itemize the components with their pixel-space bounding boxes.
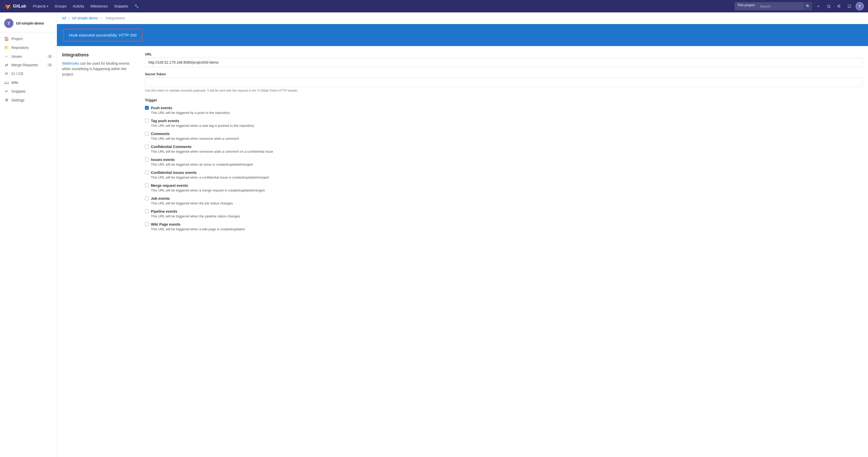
trigger-form-group: Trigger Push eventsThis URL will be trig… <box>145 98 863 231</box>
search-box: This project 🔍 <box>735 2 812 10</box>
trigger-label-1: Tag push events <box>151 119 179 123</box>
right-panel: URL Secret Token Use this token to valid… <box>145 52 863 236</box>
nav-activity[interactable]: Activity <box>70 3 87 9</box>
trigger-label-7: Job events <box>151 196 170 201</box>
success-message: Hook executed successfully: HTTP 200 <box>69 33 137 37</box>
sidebar-item-issues[interactable]: ○ Issues 0 <box>0 52 57 61</box>
repository-icon: 📁 <box>4 45 9 50</box>
trigger-checkbox-2[interactable] <box>145 132 149 135</box>
sidebar-item-repository[interactable]: 📁 Repository <box>0 43 57 52</box>
secret-token-label: Secret Token <box>145 72 863 76</box>
sidebar-project-name: tsf-simple-demo <box>16 21 44 25</box>
trigger-label-5: Confidential Issues events <box>151 171 197 175</box>
nav-wrench[interactable]: 🔧 <box>132 3 141 9</box>
success-banner-inner: Hook executed successfully: HTTP 200 <box>63 29 142 41</box>
gitlab-logo[interactable]: GitLab <box>4 3 26 10</box>
sidebar-header: T tsf-simple-demo <box>0 17 57 32</box>
trigger-checkbox-9[interactable] <box>145 222 149 226</box>
breadcrumb-integrations: Integrations <box>106 16 125 20</box>
trigger-item: Wiki Page eventsThis URL will be trigger… <box>145 222 863 231</box>
left-panel: Integrations Webhooks can be used for bi… <box>62 52 134 77</box>
search-scope-label[interactable]: This project <box>735 2 757 10</box>
trigger-label-8: Pipeline events <box>151 209 177 213</box>
nav-snippets[interactable]: Snippets <box>111 3 130 9</box>
breadcrumb-tsf[interactable]: tsf <box>62 16 66 20</box>
trigger-checkbox-4[interactable] <box>145 158 149 161</box>
secret-token-hint: Use this token to validate received payl… <box>145 89 863 93</box>
trigger-checkbox-6[interactable] <box>145 183 149 187</box>
url-form-group: URL <box>145 52 863 67</box>
trigger-item: Merge request eventsThis URL will be tri… <box>145 183 863 192</box>
integrations-description: Webhooks can be used for binding events … <box>62 61 134 77</box>
plus-button[interactable]: ＋ <box>814 2 823 10</box>
chevron-down-icon: ▾ <box>47 5 49 8</box>
trigger-desc-3: This URL will be triggered when someone … <box>151 150 863 153</box>
todo-icon-button[interactable]: ☑ <box>845 2 854 10</box>
gitlab-logo-text: GitLab <box>13 4 26 8</box>
trigger-desc-1: This URL will be triggered when a new ta… <box>151 124 863 128</box>
breadcrumb-sep2: › <box>101 16 102 20</box>
snippets-icon: ✂ <box>4 89 9 94</box>
trigger-checkbox-3[interactable] <box>145 145 149 149</box>
sidebar-nav: 🏠 Project 📁 Repository ○ Issues 0 ⇄ Merg… <box>0 34 57 104</box>
trigger-item: Confidential CommentsThis URL will be tr… <box>145 145 863 153</box>
main-content: tsf › tsf-simple-demo › Integrations Hoo… <box>57 12 868 457</box>
trigger-desc-7: This URL will be triggered when the job … <box>151 201 863 205</box>
trigger-item: Confidential Issues eventsThis URL will … <box>145 171 863 179</box>
trigger-item: Pipeline eventsThis URL will be triggere… <box>145 209 863 218</box>
trigger-label-2: Comments <box>151 132 169 136</box>
cicd-icon: ⟳ <box>4 71 9 76</box>
nav-groups[interactable]: Groups <box>52 3 69 9</box>
search-button[interactable]: 🔍 <box>804 2 812 10</box>
top-navigation: GitLab Projects ▾ Groups Activity Milest… <box>0 0 868 12</box>
secret-token-input[interactable] <box>145 78 863 87</box>
trigger-item: Push eventsThis URL will be triggered by… <box>145 106 863 115</box>
trigger-checkbox-7[interactable] <box>145 196 149 200</box>
breadcrumb-sep1: › <box>69 16 70 20</box>
issues-icon: ○ <box>4 54 9 59</box>
breadcrumb-tsf-simple-demo[interactable]: tsf-simple-demo <box>72 16 98 20</box>
wiki-icon: 📖 <box>4 80 9 85</box>
sidebar: T tsf-simple-demo 🏠 Project 📁 Repository… <box>0 12 57 457</box>
sidebar-avatar: T <box>4 19 13 28</box>
trigger-checkbox-0[interactable] <box>145 106 149 110</box>
sidebar-item-wiki[interactable]: 📖 Wiki <box>0 78 57 87</box>
terminal-icon-button[interactable]: ⊡ <box>825 2 833 10</box>
triggers-container: Push eventsThis URL will be triggered by… <box>145 106 863 231</box>
merge-request-icon-button[interactable]: ⑆ <box>835 2 843 10</box>
trigger-item: Issues eventsThis URL will be triggered … <box>145 158 863 166</box>
nav-right: This project 🔍 ＋ ⊡ ⑆ ☑ T <box>735 2 864 10</box>
url-input[interactable] <box>145 58 863 67</box>
success-banner: Hook executed successfully: HTTP 200 <box>57 24 868 46</box>
trigger-label-9: Wiki Page events <box>151 222 180 226</box>
trigger-item: Job eventsThis URL will be triggered whe… <box>145 196 863 205</box>
trigger-checkbox-5[interactable] <box>145 171 149 175</box>
nav-milestones[interactable]: Milestones <box>88 3 111 9</box>
trigger-label-6: Merge request events <box>151 183 188 188</box>
trigger-checkbox-1[interactable] <box>145 119 149 123</box>
user-avatar[interactable]: T <box>856 2 864 10</box>
merge-requests-icon: ⇄ <box>4 63 9 67</box>
webhooks-link[interactable]: Webhooks <box>62 61 79 65</box>
sidebar-item-settings[interactable]: ⚙ Settings <box>0 96 57 104</box>
page-wrap: T tsf-simple-demo 🏠 Project 📁 Repository… <box>0 12 868 457</box>
trigger-desc-4: This URL will be triggered when an issue… <box>151 162 863 166</box>
search-input[interactable] <box>757 2 804 10</box>
trigger-checkbox-8[interactable] <box>145 209 149 213</box>
trigger-desc-5: This URL will be triggered when a confid… <box>151 176 863 179</box>
sidebar-item-project[interactable]: 🏠 Project <box>0 34 57 43</box>
trigger-label-4: Issues events <box>151 158 175 162</box>
trigger-desc-9: This URL will be triggered when a wiki p… <box>151 227 863 231</box>
nav-projects[interactable]: Projects ▾ <box>30 3 51 9</box>
sidebar-item-merge-requests[interactable]: ⇄ Merge Requests 0 <box>0 61 57 69</box>
trigger-item: Tag push eventsThis URL will be triggere… <box>145 119 863 128</box>
nav-links: Projects ▾ Groups Activity Milestones Sn… <box>30 3 141 9</box>
project-icon: 🏠 <box>4 36 9 41</box>
sidebar-item-snippets[interactable]: ✂ Snippets <box>0 87 57 96</box>
content-area: Integrations Webhooks can be used for bi… <box>57 46 868 242</box>
sidebar-item-cicd[interactable]: ⟳ CI / CD <box>0 69 57 78</box>
trigger-desc-0: This URL will be triggered by a push to … <box>151 111 863 115</box>
trigger-label-3: Confidential Comments <box>151 145 191 149</box>
trigger-desc-8: This URL will be triggered when the pipe… <box>151 214 863 218</box>
trigger-title: Trigger <box>145 98 863 102</box>
